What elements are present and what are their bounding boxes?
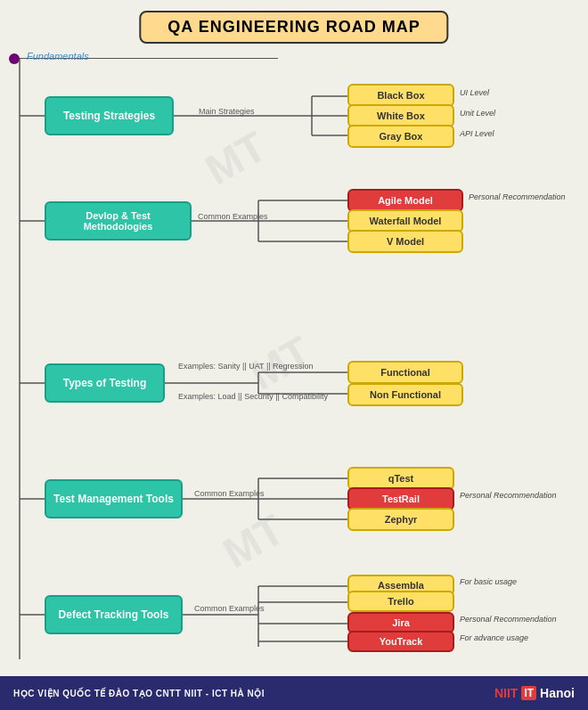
common-examples-3-label: Common Examples <box>194 604 265 613</box>
gray-box-node: Gray Box <box>347 125 454 148</box>
youtrack-node: YouTrack <box>347 631 454 652</box>
main-container: MT MT MT QA ENGINEERING ROAD MAP Fundame… <box>0 0 588 710</box>
test-management-node: Test Management Tools <box>45 479 183 518</box>
unit-level-label: Unit Level <box>460 109 495 118</box>
common-examples-1-label: Common Examples <box>198 212 268 221</box>
devlop-methodologies-node: Devlop & Test Methodologies <box>45 201 192 241</box>
footer-text: HỌC VIỆN QUỐC TẾ ĐÀO TẠO CNTT NIIT - ICT… <box>13 689 265 698</box>
trello-node: Trello <box>347 591 454 612</box>
footer-it: IT <box>521 686 536 700</box>
examples-load-label: Examples: Load || Security || Compatibil… <box>178 392 328 401</box>
personal-rec-jira-label: Personal Recommendation <box>460 615 557 624</box>
watermark1: MT <box>197 121 275 194</box>
zephyr-node: Zephyr <box>347 508 454 531</box>
v-model-node: V Model <box>347 230 463 253</box>
for-advance-label: For advance usage <box>460 633 528 642</box>
examples-sanity-label: Examples: Sanity || UAT || Regression <box>178 362 314 371</box>
personal-rec-testrail-label: Personal Recommendation <box>460 491 557 500</box>
fundamentals-label: Fundamentals <box>27 51 89 61</box>
footer-hanoi: Hanoi <box>540 686 575 700</box>
footer-niit: NIIT <box>494 686 518 700</box>
fundamentals-dot <box>9 53 20 64</box>
common-examples-2-label: Common Examples <box>194 489 265 498</box>
main-strategies-label: Main Strategies <box>199 107 255 116</box>
non-functional-node: Non Functional <box>347 383 463 406</box>
api-level-label: API Level <box>460 129 494 138</box>
footer-logo: NIIT IT Hanoi <box>494 686 575 700</box>
types-of-testing-node: Types of Testing <box>45 363 165 403</box>
footer: HỌC VIỆN QUỐC TẾ ĐÀO TẠO CNTT NIIT - ICT… <box>0 676 588 710</box>
testing-strategies-node: Testing Strategies <box>45 96 174 135</box>
defect-tracking-node: Defect Tracking Tools <box>45 595 183 634</box>
functional-node: Functional <box>347 361 463 384</box>
ui-level-label: UI Level <box>460 88 489 97</box>
page-title: QA ENGINEERING ROAD MAP <box>139 11 448 44</box>
for-basic-label: For basic usage <box>460 577 517 586</box>
watermark3: MT <box>215 504 293 577</box>
personal-rec-agile-label: Personal Recommendation <box>469 192 566 201</box>
